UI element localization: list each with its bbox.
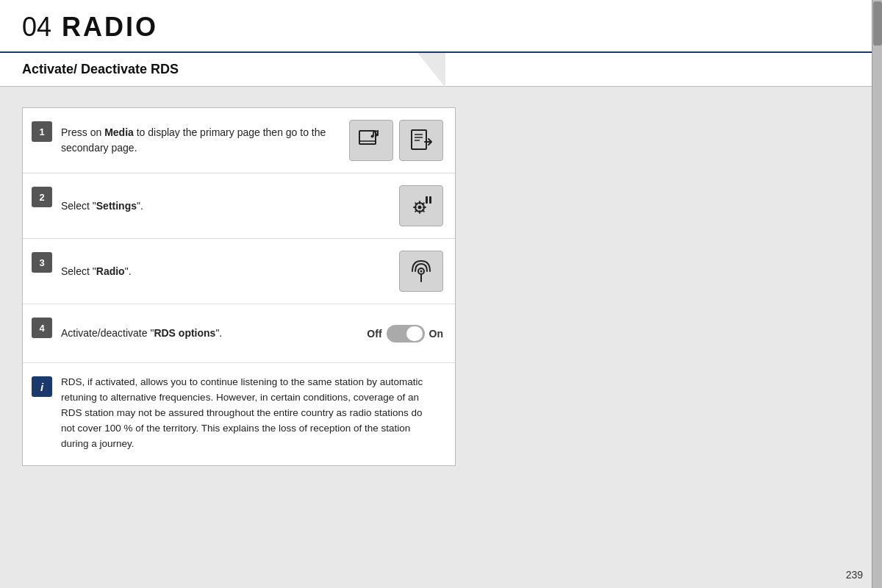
page-number: 239 xyxy=(846,569,863,581)
step-1-bold: Media xyxy=(104,126,134,138)
page-header: 04 RADIO xyxy=(0,0,872,53)
toggle-control[interactable]: Off On xyxy=(367,325,443,343)
steps-container: 1 Press on Media to display the primary … xyxy=(22,107,456,466)
toggle-track[interactable] xyxy=(387,325,425,343)
step-2-bold: Settings xyxy=(96,200,137,212)
svg-rect-6 xyxy=(412,130,426,149)
step-1: 1 Press on Media to display the primary … xyxy=(23,108,455,173)
main-content: 1 Press on Media to display the primary … xyxy=(0,87,872,481)
svg-point-11 xyxy=(418,206,422,209)
toggle-thumb xyxy=(406,326,423,341)
step-2-content: Select "Settings". xyxy=(52,198,399,214)
step-number-1: 1 xyxy=(32,121,52,142)
chapter-title: RADIO xyxy=(62,12,158,43)
info-row: i RDS, if activated, allows you to conti… xyxy=(23,363,455,465)
section-title-bar: Activate/ Deactivate RDS xyxy=(0,53,872,87)
step-2: 2 Select "Settings". xyxy=(23,173,455,239)
secondary-page-icon xyxy=(399,120,443,161)
step-1-content: Press on Media to display the primary pa… xyxy=(52,125,349,156)
info-icon: i xyxy=(32,376,52,397)
step-number-2: 2 xyxy=(32,187,52,207)
step-1-icons xyxy=(349,120,443,161)
step-4-bold: RDS options xyxy=(154,327,215,339)
toggle-on-label: On xyxy=(429,328,443,340)
step-4-toggle[interactable]: Off On xyxy=(367,325,443,343)
step-2-icons xyxy=(399,185,443,226)
step-3-bold: Radio xyxy=(96,265,125,277)
step-3-content: Select "Radio". xyxy=(52,264,399,279)
scrollbar-thumb[interactable] xyxy=(873,1,882,46)
svg-point-15 xyxy=(420,270,423,273)
tab-decoration xyxy=(417,53,445,87)
chapter-number: 04 xyxy=(22,12,51,43)
step-3-icons xyxy=(399,251,443,292)
toggle-off-label: Off xyxy=(367,328,381,340)
section-title: Activate/ Deactivate RDS xyxy=(22,62,179,77)
settings-icon xyxy=(399,185,443,226)
step-number-4: 4 xyxy=(32,318,52,338)
step-3: 3 Select "Radio". xyxy=(23,239,455,304)
radio-icon xyxy=(399,251,443,292)
scrollbar[interactable] xyxy=(872,0,882,588)
media-icon xyxy=(349,120,393,161)
step-4: 4 Activate/deactivate "RDS options". Off… xyxy=(23,304,455,363)
step-4-content: Activate/deactivate "RDS options". xyxy=(52,326,367,341)
info-content: RDS, if activated, allows you to continu… xyxy=(52,375,443,452)
svg-rect-12 xyxy=(426,196,428,204)
svg-rect-13 xyxy=(429,196,431,204)
step-number-3: 3 xyxy=(32,252,52,273)
